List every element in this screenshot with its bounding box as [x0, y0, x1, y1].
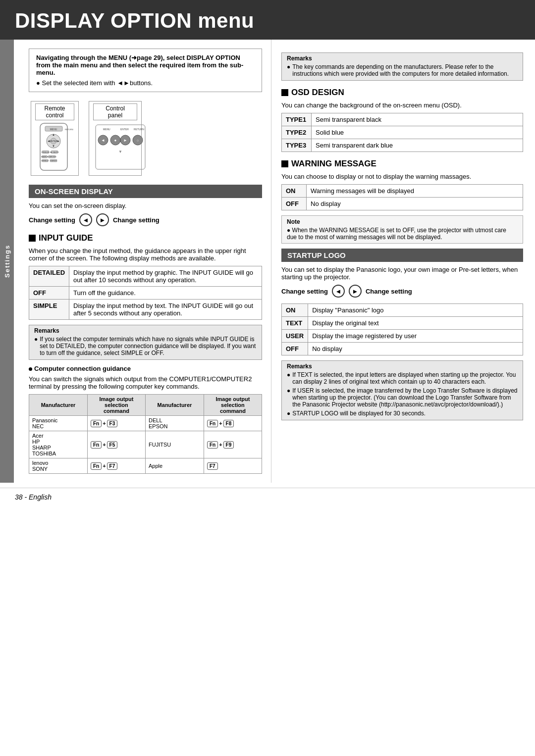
key-fn: Fn [207, 441, 218, 449]
startup-change-left-label: Change setting [281, 288, 328, 295]
table-row: OFF Turn off the guidance. [29, 287, 262, 300]
remarks-title: Remarks [34, 327, 257, 334]
note-title: Note [287, 218, 518, 225]
on-screen-display-header: ON-SCREEN DISPLAY [29, 185, 262, 198]
cell-logo-on-key: ON [282, 304, 308, 317]
svg-text:►: ► [123, 138, 127, 143]
table-header-row: Manufacturer Image outputselectioncomman… [29, 395, 262, 416]
svg-text:▼: ▼ [118, 150, 122, 154]
cell-off-val: No display [307, 198, 523, 210]
cell-key2-r2: Fn + F9 [204, 431, 262, 458]
left-arrow-btn[interactable]: ◄ [79, 213, 92, 226]
th-key2: Image outputselectioncommand [204, 395, 262, 416]
svg-text:DEFAULT: DEFAULT [41, 160, 49, 162]
warning-message-table: ON Warning messages will be displayed OF… [281, 184, 523, 210]
th-mfr1: Manufacturer [29, 395, 88, 416]
footer-text: 38 - English [15, 493, 52, 501]
table-row: TYPE1 Semi transparent black [282, 113, 523, 126]
cell-logo-off-val: No display [308, 343, 523, 355]
startup-right-arrow-btn[interactable]: ► [349, 285, 362, 298]
remote-schematic: Remote control MENU RETURN ▲ ▼ [29, 99, 81, 178]
cell-mfr1-r1: PanasonicNEC [29, 416, 88, 431]
intro-box: Navigating through the MENU (➜page 29), … [29, 49, 262, 92]
svg-text:ENTER: ENTER [120, 128, 129, 131]
warning-message-title-text: WARNING MESSAGE [291, 159, 376, 169]
cell-key2-r3: F7 [204, 458, 262, 474]
cell-logo-off-key: OFF [282, 343, 308, 355]
input-guide-icon [29, 235, 36, 242]
table-row: TYPE2 Solid blue [282, 126, 523, 139]
cell-mfr2-r3: Apple [145, 458, 204, 474]
key-combo: Fn + F8 [207, 420, 234, 427]
key-combo: Fn + F9 [207, 441, 234, 449]
cell-detailed-val: Display the input method by graphic. The… [69, 266, 262, 287]
cell-logo-text-val: Display the original text [308, 317, 523, 330]
startup-remark-text-3: STARTUP LOGO will be displayed for 30 se… [292, 410, 426, 417]
startup-remarks-title: Remarks [287, 363, 518, 370]
key-f7-apple: F7 [207, 462, 218, 470]
cell-mfr1-r2: AcerHPSHARPTOSHIBA [29, 431, 88, 458]
right-arrow-btn[interactable]: ► [96, 213, 109, 226]
note-item: ● When the WARNING MESSAGE is set to OFF… [287, 227, 518, 241]
table-row: OFF No display [282, 198, 523, 210]
startup-left-arrow-btn[interactable]: ◄ [332, 285, 345, 298]
cell-on-val: Warning messages will be displayed [307, 185, 523, 198]
intro-text: Navigating through the MENU (➜page 29), … [36, 54, 255, 76]
right-remarks-title: Remarks [287, 55, 518, 62]
key-fn: Fn [207, 420, 218, 427]
right-remarks-box: Remarks ● The key commands are depending… [281, 52, 523, 81]
warning-message-icon [281, 160, 288, 167]
svg-text:▼: ▼ [52, 145, 55, 148]
osd-design-icon [281, 89, 288, 96]
key-combo: Fn + F5 [91, 441, 117, 449]
table-row: TYPE3 Semi transparent dark blue [282, 139, 523, 152]
cell-logo-user-key: USER [282, 330, 308, 343]
page-title: DISPLAY OPTION menu [0, 0, 535, 40]
cell-logo-on-val: Display "Panasonic" logo [308, 304, 523, 317]
table-row: OFF No display [282, 343, 523, 355]
startup-remarks-box: Remarks ● If TEXT is selected, the input… [281, 360, 523, 420]
cell-logo-user-val: Display the image registered by user [308, 330, 523, 343]
key-f5: F5 [107, 441, 118, 449]
cell-on-key: ON [282, 185, 307, 198]
cell-mfr2-r2: FUJITSU [145, 431, 204, 458]
startup-remark-1: ● If TEXT is selected, the input letters… [287, 371, 518, 385]
remote-svg: MENU RETURN ▲ ▼ ◄ ► ENTER F [35, 122, 85, 172]
startup-remark-2: ● If USER is selected, the image transfe… [287, 387, 518, 408]
table-row: ON Warning messages will be displayed [282, 185, 523, 198]
key-f3: F3 [107, 420, 118, 427]
svg-text:MENU: MENU [50, 128, 57, 131]
computer-table: Manufacturer Image outputselectioncomman… [29, 394, 262, 474]
key-fn: Fn [91, 441, 102, 449]
computer-guidance-title: Computer connection guidance [29, 365, 262, 372]
cell-mfr2-r1: DELLEPSON [145, 416, 204, 431]
remote-diagram: Remote control MENU RETURN ▲ ▼ [29, 99, 262, 178]
bullet-dot-icon [29, 367, 32, 371]
svg-text:○: ○ [137, 139, 139, 142]
svg-text:◄: ◄ [101, 138, 105, 143]
key-combo: Fn + F3 [91, 420, 117, 427]
osd-design-body: You can change the background of the on-… [281, 101, 523, 109]
svg-text:RETURN: RETURN [65, 128, 73, 131]
key-combo: Fn + F7 [91, 462, 117, 470]
svg-text:HDMI/DVI: HDMI/DVI [50, 160, 57, 162]
cell-key1-r2: Fn + F5 [87, 431, 145, 458]
key-f9: F9 [223, 441, 234, 449]
startup-logo-table: ON Display "Panasonic" logo TEXT Display… [281, 303, 523, 355]
cell-key2-r1: Fn + F8 [204, 416, 262, 431]
th-key1: Image outputselectioncommand [87, 395, 145, 416]
svg-text:AV MUTE: AV MUTE [50, 151, 59, 153]
svg-rect-23 [96, 125, 145, 169]
computer-guidance-body: You can switch the signals which output … [29, 375, 262, 390]
cell-simple-key: SIMPLE [29, 300, 69, 320]
startup-remark-3: ● STARTUP LOGO will be displayed for 30 … [287, 410, 518, 417]
right-remark-item: ● The key commands are depending on the … [287, 63, 518, 77]
svg-text:MENU: MENU [103, 128, 110, 131]
input-guide-section-title: INPUT GUIDE [29, 233, 262, 243]
svg-text:FREEZE: FREEZE [42, 151, 50, 153]
warning-message-section: WARNING MESSAGE [281, 159, 523, 169]
on-screen-display-title: ON-SCREEN DISPLAY [35, 187, 113, 196]
cell-mfr1-r3: lenovoSONY [29, 458, 88, 474]
remark-item: ● If you select the computer terminals w… [34, 336, 257, 356]
warning-message-body: You can choose to display or not to disp… [281, 173, 523, 180]
